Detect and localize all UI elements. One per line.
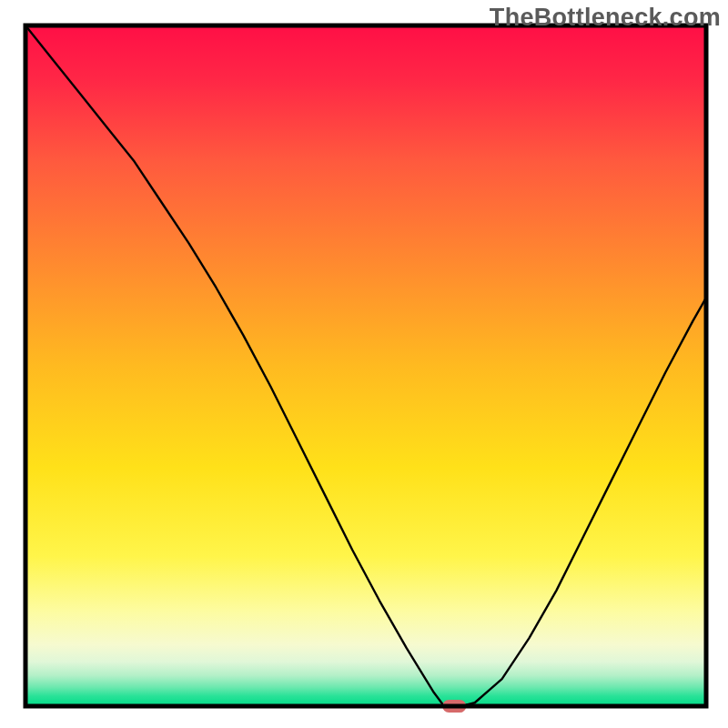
watermark-text: TheBottleneck.com xyxy=(490,4,721,32)
plot-area xyxy=(25,25,706,706)
chart-container: TheBottleneck.com xyxy=(0,0,728,728)
bottleneck-chart xyxy=(0,0,728,728)
